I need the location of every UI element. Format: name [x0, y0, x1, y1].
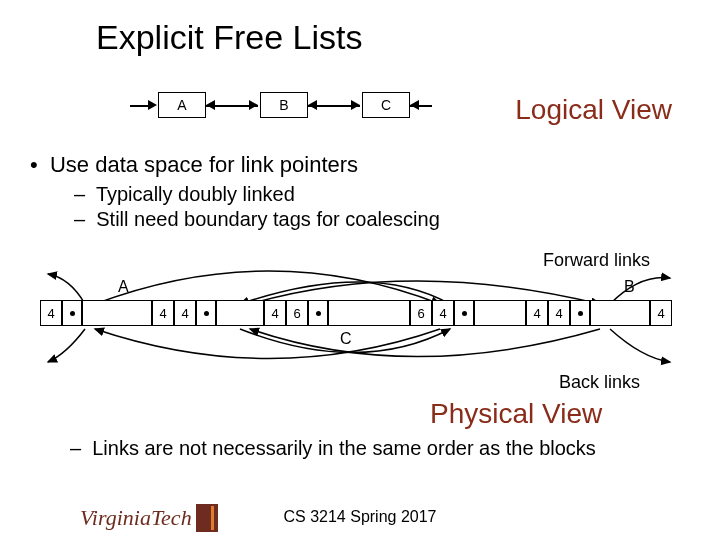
back-links-label: Back links — [559, 372, 640, 393]
final-bullet-text: Links are not necessarily in the same or… — [92, 437, 596, 459]
final-bullet: – Links are not necessarily in the same … — [70, 436, 680, 460]
cell: 4 — [548, 300, 570, 326]
bullet-list: • Use data space for link pointers – Typ… — [30, 152, 690, 232]
cell — [308, 300, 328, 326]
bullet-sub2: Still need boundary tags for coalescing — [96, 208, 440, 230]
cell — [82, 300, 152, 326]
dot-icon — [204, 311, 209, 316]
vt-logo: VirginiaTech — [80, 504, 218, 532]
physical-blocks: A B C 4 4 4 4 6 6 4 4 4 4 — [40, 300, 680, 336]
cell: 4 — [432, 300, 454, 326]
cell — [570, 300, 590, 326]
block-label-c: C — [340, 330, 352, 348]
cell: 4 — [40, 300, 62, 326]
cell: 4 — [526, 300, 548, 326]
forward-links-label: Forward links — [543, 250, 650, 271]
cell — [196, 300, 216, 326]
cell — [216, 300, 264, 326]
logical-view-label: Logical View — [515, 94, 672, 126]
cell: 4 — [264, 300, 286, 326]
block-label-a: A — [118, 278, 129, 296]
dot-icon — [316, 311, 321, 316]
physical-view-label: Physical View — [430, 398, 602, 430]
logical-node-c: C — [362, 92, 410, 118]
logo-mark-icon — [196, 504, 218, 532]
cell — [328, 300, 410, 326]
cell: 4 — [174, 300, 196, 326]
cell: 6 — [286, 300, 308, 326]
logical-node-a: A — [158, 92, 206, 118]
block-label-b: B — [624, 278, 635, 296]
cell — [62, 300, 82, 326]
bullet-main: Use data space for link pointers — [50, 152, 358, 177]
dot-icon — [578, 311, 583, 316]
logical-node-b: B — [260, 92, 308, 118]
logo-text: VirginiaTech — [80, 505, 192, 531]
cell: 4 — [152, 300, 174, 326]
cell — [474, 300, 526, 326]
page-title: Explicit Free Lists — [96, 18, 362, 57]
dot-icon — [70, 311, 75, 316]
cell: 6 — [410, 300, 432, 326]
cell — [454, 300, 474, 326]
bullet-sub1: Typically doubly linked — [96, 183, 295, 205]
dot-icon — [462, 311, 467, 316]
cell — [590, 300, 650, 326]
cell: 4 — [650, 300, 672, 326]
